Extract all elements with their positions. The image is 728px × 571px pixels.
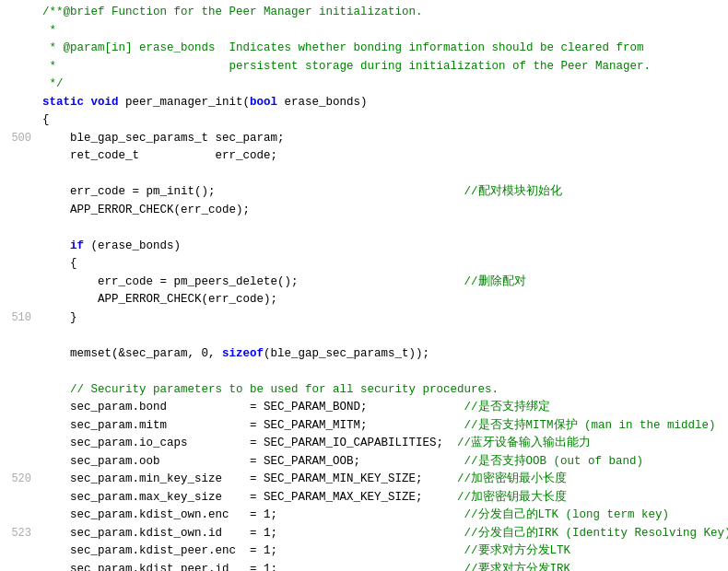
code-line: memset(&sec_param, 0, sizeof(ble_gap_sec…: [0, 345, 728, 364]
code-line: {: [0, 255, 728, 274]
line-content: err_code = pm_init(); //配对模块初始化: [39, 183, 728, 201]
line-content: sec_param.kdist_own.enc = 1; //分发自己的LTK …: [39, 507, 728, 524]
line-content: sec_param.kdist_peer.id = 1; //要求对方分发IRK: [39, 561, 728, 572]
line-content: ret_code_t err_code;: [39, 147, 728, 165]
line-content: sec_param.max_key_size = SEC_PARAM_MAX_K…: [39, 489, 728, 507]
code-line: *: [0, 22, 728, 41]
code-line: APP_ERROR_CHECK(err_code);: [0, 202, 728, 220]
line-content: APP_ERROR_CHECK(err_code);: [39, 202, 728, 219]
code-line: [0, 327, 728, 345]
code-line: sec_param.kdist_own.enc = 1; //分发自己的LTK …: [0, 507, 728, 525]
code-line: /**@brief Function for the Peer Manager …: [0, 4, 728, 22]
line-content: */: [39, 76, 728, 93]
code-line: if (erase_bonds): [0, 238, 728, 256]
code-line: 523 sec_param.kdist_own.id = 1; //分发自己的I…: [0, 525, 728, 543]
code-line: // Security parameters to be used for al…: [0, 381, 728, 400]
code-line: static void peer_manager_init(bool erase…: [0, 94, 728, 112]
line-number: 520: [0, 471, 39, 488]
line-content: {: [39, 111, 728, 129]
line-content: sec_param.kdist_peer.enc = 1; //要求对方分发LT…: [39, 542, 728, 560]
line-content: *: [39, 22, 728, 40]
line-content: sec_param.kdist_own.id = 1; //分发自己的IRK (…: [39, 525, 728, 542]
code-line: [0, 219, 728, 238]
code-line: sec_param.bond = SEC_PARAM_BOND; //是否支持绑…: [0, 399, 728, 417]
line-content: ble_gap_sec_params_t sec_param;: [39, 130, 728, 147]
code-line: ret_code_t err_code;: [0, 147, 728, 166]
code-line: sec_param.kdist_peer.id = 1; //要求对方分发IRK: [0, 561, 728, 572]
code-line: {: [0, 111, 728, 130]
code-line: sec_param.max_key_size = SEC_PARAM_MAX_K…: [0, 489, 728, 507]
line-content: err_code = pm_peers_delete(); //删除配对: [39, 274, 728, 291]
line-content: sec_param.bond = SEC_PARAM_BOND; //是否支持绑…: [39, 399, 728, 416]
code-line: sec_param.io_caps = SEC_PARAM_IO_CAPABIL…: [0, 435, 728, 453]
code-line: [0, 166, 728, 184]
code-line: [0, 363, 728, 381]
line-content: memset(&sec_param, 0, sizeof(ble_gap_sec…: [39, 345, 728, 363]
line-content: // Security parameters to be used for al…: [39, 381, 728, 399]
line-content: * persistent storage during initializati…: [39, 58, 728, 76]
line-content: if (erase_bonds): [39, 238, 728, 255]
line-content: }: [39, 309, 728, 327]
code-line: APP_ERROR_CHECK(err_code);: [0, 291, 728, 309]
line-content: sec_param.mitm = SEC_PARAM_MITM; //是否支持M…: [39, 417, 728, 435]
code-container: /**@brief Function for the Peer Manager …: [0, 0, 728, 571]
line-content: /**@brief Function for the Peer Manager …: [39, 4, 728, 21]
line-number: 500: [0, 130, 39, 147]
code-line: err_code = pm_init(); //配对模块初始化: [0, 183, 728, 202]
line-number: 523: [0, 525, 39, 542]
line-content: sec_param.min_key_size = SEC_PARAM_MIN_K…: [39, 471, 728, 488]
code-line: 500 ble_gap_sec_params_t sec_param;: [0, 130, 728, 148]
code-line: * persistent storage during initializati…: [0, 58, 728, 76]
code-line: * @param[in] erase_bonds Indicates wheth…: [0, 40, 728, 58]
code-line: sec_param.oob = SEC_PARAM_OOB; //是否支持OOB…: [0, 453, 728, 472]
code-line: sec_param.mitm = SEC_PARAM_MITM; //是否支持M…: [0, 417, 728, 436]
code-line: */: [0, 76, 728, 94]
line-content: sec_param.io_caps = SEC_PARAM_IO_CAPABIL…: [39, 435, 728, 452]
line-content: APP_ERROR_CHECK(err_code);: [39, 291, 728, 309]
code-line: 510 }: [0, 309, 728, 328]
line-content: static void peer_manager_init(bool erase…: [39, 94, 728, 111]
line-content: sec_param.oob = SEC_PARAM_OOB; //是否支持OOB…: [39, 453, 728, 471]
line-content: * @param[in] erase_bonds Indicates wheth…: [39, 40, 728, 57]
code-line: 520 sec_param.min_key_size = SEC_PARAM_M…: [0, 471, 728, 489]
code-line: err_code = pm_peers_delete(); //删除配对: [0, 274, 728, 292]
line-content: {: [39, 255, 728, 273]
line-number: 510: [0, 309, 39, 327]
code-line: sec_param.kdist_peer.enc = 1; //要求对方分发LT…: [0, 542, 728, 561]
